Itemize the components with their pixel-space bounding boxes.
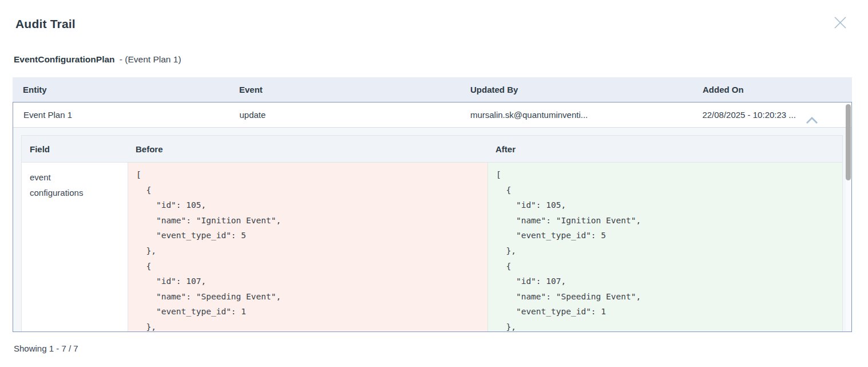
column-header-event: Event [229, 85, 460, 94]
cell-added-on: 22/08/2025 - 10:20:23 ... [692, 110, 851, 120]
close-button[interactable] [833, 16, 847, 31]
entity-subtitle: EventConfigurationPlan - (Event Plan 1) [14, 54, 181, 65]
cell-after-value: [ { "id": 105, "name": "Ignition Event",… [487, 163, 842, 332]
column-header-added-on: Added On [692, 85, 852, 94]
row-detail-panel: Field Before After event configurations … [13, 128, 851, 332]
diff-table: Field Before After event configurations … [21, 135, 843, 332]
field-name-label: event configurations [30, 169, 104, 200]
column-header-field: Field [22, 144, 128, 154]
after-json-code: [ { "id": 105, "name": "Ignition Event",… [488, 163, 842, 332]
column-header-after: After [487, 144, 842, 154]
table-row[interactable]: Event Plan 1 update mursalin.sk@quantumi… [13, 102, 851, 128]
before-json-code: [ { "id": 105, "name": "Ignition Event",… [128, 163, 487, 332]
column-header-updated-by: Updated By [460, 85, 692, 94]
vertical-scrollbar[interactable] [846, 103, 851, 331]
diff-table-row: event configurations [ { "id": 105, "nam… [22, 163, 842, 332]
audit-table-header: Entity Event Updated By Added On [13, 77, 852, 102]
diff-table-header: Field Before After [22, 136, 842, 163]
cell-event: update [229, 110, 459, 120]
close-icon [834, 16, 847, 31]
page-title: Audit Trail [15, 17, 76, 31]
scrollbar-thumb[interactable] [846, 104, 851, 180]
expanded-row-group: Event Plan 1 update mursalin.sk@quantumi… [13, 102, 852, 332]
column-header-entity: Entity [13, 85, 229, 94]
cell-updated-by: mursalin.sk@quantuminventi... [460, 110, 692, 120]
cell-entity: Event Plan 1 [13, 110, 229, 120]
cell-field-name: event configurations [22, 163, 128, 332]
entity-type-label: EventConfigurationPlan [14, 54, 115, 64]
pagination-status: Showing 1 - 7 / 7 [14, 344, 78, 353]
column-header-before: Before [128, 144, 487, 154]
entity-name-label: - (Event Plan 1) [120, 54, 181, 64]
cell-before-value: [ { "id": 105, "name": "Ignition Event",… [128, 163, 487, 332]
audit-table: Entity Event Updated By Added On Event P… [13, 77, 852, 332]
chevron-up-icon[interactable] [806, 116, 818, 124]
audit-trail-modal: Audit Trail EventConfigurationPlan - (Ev… [0, 0, 868, 367]
